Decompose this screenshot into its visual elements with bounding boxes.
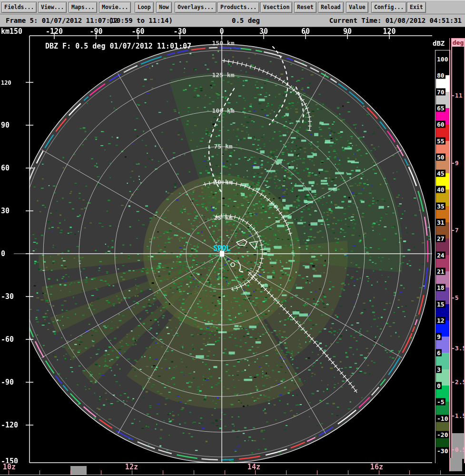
time-axis-tick [40, 470, 40, 475]
colorbar-value-label: -30 [436, 447, 449, 455]
loop-range-label: (10:59 to 11:14) [109, 17, 173, 24]
deg-scale-outer-border [449, 38, 450, 467]
top-axis-tick-label: -30 [173, 27, 186, 36]
deg-scale-tick-label: -5 [451, 294, 459, 301]
flight-track-tick [244, 283, 246, 286]
azimuth-spoke [42, 150, 222, 254]
left-axis-tick-label: -120 [1, 421, 18, 429]
left-axis-tick-label: 120 [1, 79, 11, 86]
flight-track-tick [246, 221, 248, 225]
coastline-atoll-chain [296, 87, 303, 122]
current-frame-indicator[interactable] [70, 466, 87, 475]
flight-track-tick [301, 99, 305, 101]
menu-button-config[interactable]: Config... [371, 2, 406, 13]
menu-button-reload[interactable]: Reload [318, 2, 344, 13]
left-axis-tick-label: 60 [1, 164, 10, 172]
flight-track-tick [260, 193, 263, 196]
colorbar-value-label: 0 [436, 382, 442, 389]
radar-application-window: Fields...View...Maps...Movie...LoopNowOv… [0, 0, 465, 476]
azimuth-spoke [42, 254, 222, 358]
flight-track-tick [228, 60, 229, 63]
flight-track-tick [228, 180, 228, 184]
flight-track-tick [256, 270, 259, 272]
current-time-label: Current Time: 01/08/2012 04:51:31 [329, 17, 462, 24]
top-axis-tick-label: 90 [343, 27, 352, 36]
colorbar-value-label: -5 [436, 398, 445, 406]
elevation-label: 0.5 deg [232, 17, 260, 24]
flight-track [203, 182, 291, 236]
flight-track-tick [224, 59, 225, 63]
top-axis-tick-label: -120 [46, 27, 63, 36]
flight-track-tick [257, 190, 258, 194]
menu-button-view[interactable]: View... [38, 2, 67, 13]
flight-track-tick [307, 130, 311, 131]
colorbar-value-label: 100 [436, 56, 449, 63]
azimuth-spoke [222, 74, 326, 254]
time-axis-label: 12z [125, 463, 138, 471]
axis-unit-label: km150 [1, 27, 22, 36]
flight-track-tick [264, 195, 266, 198]
coastline-atoll-chain [269, 47, 287, 125]
time-axis-line [0, 475, 465, 475]
colorbar-value-label: 9 [436, 333, 442, 340]
menu-button-now[interactable]: Now [156, 2, 172, 13]
left-axis-tick-label: 90 [1, 121, 10, 129]
menu-button-movie[interactable]: Movie... [99, 2, 131, 13]
time-axis-tick [101, 470, 101, 475]
flight-track-tick [260, 245, 264, 246]
dbz-colorbar[interactable]: 100807065605550454035312724211815129630-… [435, 50, 450, 465]
deg-scale-tick-label: -3.5 [451, 345, 465, 352]
menu-button-products[interactable]: Products... [218, 2, 259, 13]
menu-button-overlays[interactable]: Overlays... [175, 2, 217, 13]
top-axis-tick-label: 0 [219, 27, 224, 36]
colorbar-value-label: 15 [436, 300, 445, 307]
colorbar-value-label: 65 [436, 104, 445, 111]
deg-scale-tick-label: -9 [451, 159, 459, 166]
colorbar-value-label: -10 [436, 415, 449, 422]
movie-time-scale[interactable]: 10z12z14z16z [0, 463, 465, 476]
time-axis-tick [70, 470, 71, 475]
menu-button-vsection[interactable]: Vsection [260, 2, 292, 13]
range-ring-label: 125 km [212, 71, 235, 79]
flight-track-tick [278, 78, 280, 81]
menu-button-value[interactable]: Value [346, 2, 368, 13]
deg-scale-tick-label: -11 [451, 92, 462, 99]
top-axis-tick-label: 60 [301, 27, 310, 36]
colorbar-value-label: 40 [436, 186, 445, 193]
colorbar-value-label: 24 [436, 251, 445, 258]
flight-track-tick [236, 182, 237, 186]
azimuth-spoke [222, 254, 326, 434]
time-axis-label: 14z [247, 463, 260, 471]
radar-plot-area[interactable]: -120-90-60-300306090120km1501209060300-3… [0, 27, 465, 476]
time-axis-tick [225, 470, 225, 475]
left-axis-tick-label: 0 [1, 249, 5, 258]
deg-scale-tick-label: -0.5 [451, 446, 465, 453]
station-label: SPOL [213, 244, 230, 253]
menu-button-exit[interactable]: Exit [407, 2, 426, 13]
flight-track-tick [233, 60, 234, 64]
plot-overlay: -120-90-60-300306090120km1501209060300-3… [0, 27, 465, 476]
menu-button-loop[interactable]: Loop [135, 2, 154, 13]
menu-button-maps[interactable]: Maps... [69, 2, 97, 13]
left-axis-tick-label: -90 [1, 378, 14, 387]
left-axis-tick-label: 30 [1, 207, 10, 215]
island-outline [231, 263, 235, 267]
time-axis-tick [409, 470, 410, 475]
menu-button-reset[interactable]: Reset [294, 2, 317, 13]
colorbar-value-label: 31 [436, 219, 445, 226]
menu-bar: Fields...View...Maps...Movie...LoopNowOv… [0, 0, 465, 14]
elevation-deg-scale[interactable]: deg -11-9-7-5-3.5-2.5-1.5-0.5 [451, 38, 465, 467]
flight-track-tick [260, 258, 264, 258]
colorbar-value-label: 6 [436, 349, 442, 357]
menu-button-fields[interactable]: Fields... [1, 2, 37, 13]
top-axis-tick-label: -90 [89, 27, 102, 36]
colorbar-value-label: 21 [436, 268, 445, 275]
flight-track-tick [279, 212, 282, 215]
colorbar-value-label: 60 [436, 121, 445, 128]
azimuth-spoke [222, 150, 402, 254]
flight-track-tick [307, 117, 311, 117]
flight-track-tick [260, 249, 264, 250]
island-outline [237, 261, 243, 272]
colorbar-value-label: 27 [436, 235, 445, 242]
azimuth-spoke [118, 74, 222, 254]
